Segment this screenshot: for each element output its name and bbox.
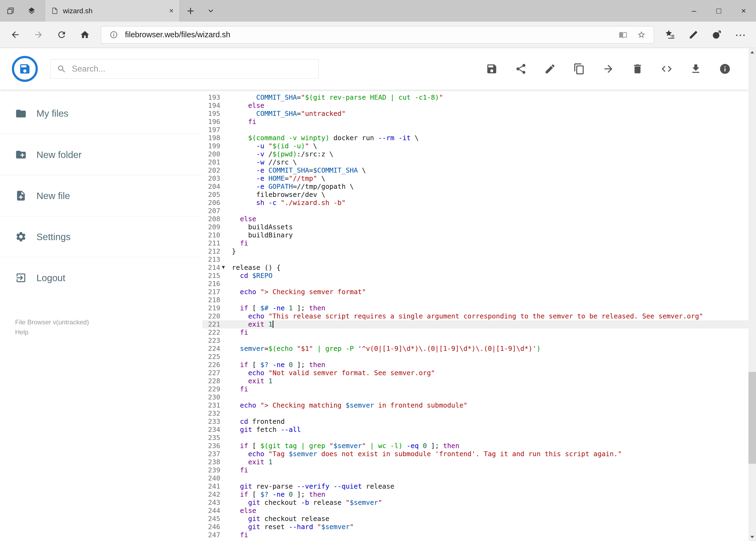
code-line[interactable]: 197 <box>202 126 748 134</box>
tabs-set-aside-icon[interactable] <box>21 0 42 22</box>
browser-tab[interactable]: wizard.sh × <box>45 0 180 22</box>
set-tabs-aside-icon[interactable] <box>0 0 21 22</box>
code-line[interactable]: 228 exit 1 <box>202 377 748 385</box>
code-line[interactable]: 227 echo "Not valid semver format. See s… <box>202 369 748 377</box>
code-line[interactable]: 212} <box>202 248 748 256</box>
code-line[interactable]: 229 fi <box>202 385 748 393</box>
code-line[interactable]: 201 -w //src \ <box>202 158 748 166</box>
code-line[interactable]: 208 else <box>202 215 748 223</box>
info-button[interactable] <box>719 63 731 75</box>
back-button[interactable] <box>4 24 26 46</box>
code-line[interactable]: 224 semver=$(echo "$1" | grep -P '^v(0|[… <box>202 345 748 353</box>
code-line[interactable]: 207 <box>202 207 748 215</box>
help-link[interactable]: Help <box>15 327 202 337</box>
site-info-icon[interactable] <box>107 28 121 42</box>
scroll-down-arrow-icon[interactable] <box>748 533 756 541</box>
scroll-up-arrow-icon[interactable] <box>748 48 756 56</box>
code-line[interactable]: 234 git fetch --all <box>202 426 748 434</box>
settings-more-button[interactable]: ⋯ <box>729 24 752 46</box>
refresh-button[interactable] <box>51 24 72 46</box>
code-line[interactable]: 199 -u "$(id -u)" \ <box>202 142 748 150</box>
code-line[interactable]: 236 if [ $(git tag | grep "$semver" | wc… <box>202 442 748 450</box>
code-line[interactable]: 240 <box>202 474 748 482</box>
code-line[interactable]: 237 echo "Tag $semver does not exist in … <box>202 450 748 458</box>
page-scrollbar[interactable] <box>748 48 756 541</box>
close-button[interactable]: × <box>731 0 756 22</box>
code-line[interactable]: 219 if [ $# -ne 1 ]; then <box>202 304 748 312</box>
favorite-star-icon[interactable] <box>634 28 648 42</box>
sidebar-item-logout[interactable]: Logout <box>0 257 202 298</box>
code-line[interactable]: 233 cd frontend <box>202 417 748 426</box>
address-bar[interactable]: filebrowser.web/files/wizard.sh <box>101 26 654 44</box>
rename-button[interactable] <box>544 63 556 75</box>
delete-button[interactable] <box>631 63 644 75</box>
code-line[interactable]: 241 git rev-parse --verify --quiet relea… <box>202 482 748 490</box>
code-line[interactable]: 205 filebrowser/dev \ <box>202 191 748 199</box>
code-line[interactable]: 245 git checkout release <box>202 515 748 523</box>
code-line[interactable]: 217 echo "> Checking semver format" <box>202 288 748 296</box>
sidebar-item-new-file[interactable]: New file <box>0 175 202 216</box>
code-line[interactable]: 244 else <box>202 507 748 515</box>
share-file-button[interactable] <box>515 63 527 75</box>
code-line[interactable]: 222 fi <box>202 328 748 336</box>
minimize-button[interactable]: – <box>681 0 706 22</box>
code-line[interactable]: 204 -e GOPATH=//tmp/gopath \ <box>202 183 748 191</box>
sidebar-item-settings[interactable]: Settings <box>0 216 202 257</box>
tab-previews-chevron-icon[interactable] <box>201 0 220 22</box>
reading-view-icon[interactable] <box>616 28 630 42</box>
maximize-button[interactable]: □ <box>706 0 731 22</box>
code-line[interactable]: 198 $(command -v winpty) docker run --rm… <box>202 134 748 142</box>
code-line[interactable]: 230 <box>202 393 748 401</box>
code-line[interactable]: 223 <box>202 336 748 345</box>
code-editor[interactable]: 193 COMMIT_SHA="$(git rev-parse HEAD | c… <box>202 90 748 541</box>
code-line[interactable]: 218 <box>202 296 748 304</box>
code-line[interactable]: 238 exit 1 <box>202 458 748 466</box>
code-line[interactable]: 206 sh -c "./wizard.sh -b" <box>202 199 748 207</box>
code-line[interactable]: 243 git checkout -b release "$semver" <box>202 499 748 507</box>
code-line[interactable]: 194 else <box>202 102 748 110</box>
code-line[interactable]: 242 if [ $? -ne 0 ]; then <box>202 490 748 499</box>
code-line[interactable]: 213 <box>202 256 748 264</box>
code-line[interactable]: 216 <box>202 280 748 288</box>
code-line[interactable]: 232 <box>202 409 748 417</box>
code-line[interactable]: 202 -e COMMIT_SHA=$COMMIT_SHA \ <box>202 166 748 175</box>
share-button[interactable] <box>706 24 727 46</box>
hub-favorites-button[interactable] <box>659 24 681 46</box>
code-line[interactable]: 226 if [ $? -ne 0 ]; then <box>202 361 748 369</box>
sidebar-item-new-folder[interactable]: New folder <box>0 134 202 175</box>
ink-notes-button[interactable] <box>682 24 704 46</box>
code-line[interactable]: 211 fi <box>202 239 748 248</box>
search-input[interactable] <box>72 64 312 74</box>
code-line[interactable]: 246 git reset --hard "$semver" <box>202 523 748 531</box>
code-line[interactable]: 221 exit 1 <box>202 320 748 328</box>
code-view-button[interactable] <box>660 63 673 75</box>
code-line[interactable]: 209 buildAssets <box>202 223 748 231</box>
home-button[interactable] <box>74 24 96 46</box>
sidebar-item-my-files[interactable]: My files <box>0 93 202 134</box>
code-line[interactable]: 195 COMMIT_SHA="untracked" <box>202 110 748 118</box>
fold-marker-icon[interactable]: ▾ <box>222 263 225 271</box>
tab-close-icon[interactable]: × <box>169 7 173 15</box>
code-line[interactable]: 210 buildBinary <box>202 231 748 239</box>
code-line[interactable]: 214▾release () { <box>202 264 748 272</box>
code-line[interactable]: 231 echo "> Checking matching $semver in… <box>202 401 748 409</box>
search-box[interactable] <box>50 59 319 79</box>
code-line[interactable]: 220 echo "This release script requires a… <box>202 312 748 320</box>
code-line[interactable]: 193 COMMIT_SHA="$(git rev-parse HEAD | c… <box>202 94 748 102</box>
move-button[interactable] <box>602 63 615 75</box>
code-line[interactable]: 200 -v /$(pwd):/src:z \ <box>202 150 748 158</box>
download-button[interactable] <box>690 63 702 75</box>
code-line[interactable]: 225 <box>202 353 748 361</box>
copy-button[interactable] <box>573 63 586 75</box>
scrollbar-thumb[interactable] <box>748 372 756 464</box>
code-line[interactable]: 203 -e HOME="//tmp" \ <box>202 175 748 183</box>
new-tab-button[interactable]: + <box>180 0 201 22</box>
forward-button[interactable] <box>28 24 49 46</box>
code-area[interactable]: 193 COMMIT_SHA="$(git rev-parse HEAD | c… <box>202 94 748 539</box>
code-line[interactable]: 239 fi <box>202 466 748 474</box>
code-line[interactable]: 235 <box>202 434 748 442</box>
code-line[interactable]: 215 cd $REPO <box>202 272 748 280</box>
code-line[interactable]: 196 fi <box>202 118 748 126</box>
save-button[interactable] <box>486 63 498 75</box>
code-line[interactable]: 247 fi <box>202 531 748 539</box>
